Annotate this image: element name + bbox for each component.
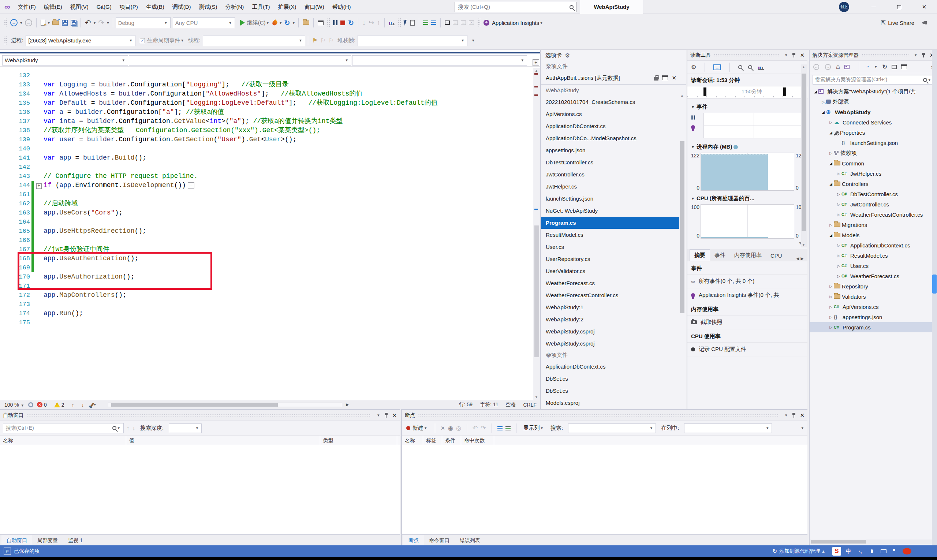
code-line[interactable]: 174app.Run(); <box>0 309 533 318</box>
ime-sogou-icon[interactable]: S <box>832 547 841 555</box>
close-icon[interactable]: ✕ <box>800 52 805 58</box>
delete-breakpoints-button[interactable]: ✕ <box>468 19 475 26</box>
document-tab[interactable]: ApplicationDbContext.cs <box>541 120 679 132</box>
tree-item[interactable]: ▷外部源 <box>809 97 937 107</box>
tree-item[interactable]: ▷C#JwtController.cs <box>809 199 937 209</box>
diagnostics-tab-2[interactable]: 事件 <box>710 249 730 261</box>
navbar-type-select[interactable]: ▾ <box>129 55 351 66</box>
code-line[interactable]: 137var inta = builder.Configuration.GetV… <box>0 117 533 126</box>
navigate-back-button[interactable]: ← <box>9 18 19 28</box>
take-snapshot-link[interactable]: 截取快照 <box>688 315 808 329</box>
restart-debugging-button[interactable]: ↻ <box>347 18 355 28</box>
show-columns-button[interactable]: 显示列▾ <box>522 423 546 432</box>
toggle-all-breakpoints-icon[interactable]: ◉ <box>448 425 453 432</box>
document-tab[interactable]: JwtController.cs <box>541 168 679 180</box>
menu-item[interactable]: 编辑(E) <box>40 0 66 14</box>
show-threads-button[interactable] <box>422 19 430 26</box>
charts-scroll-down-icon[interactable]: ▼ <box>688 241 808 245</box>
solution-search-input[interactable]: 搜索解决方案资源管理器(Ctrl+;) ▾ <box>812 75 934 85</box>
ime-language-mode[interactable]: 中 <box>844 547 853 555</box>
window-position-dropdown[interactable]: ▾ <box>784 53 788 57</box>
break-all-button[interactable] <box>332 19 339 26</box>
tree-item[interactable]: ▷C#ApplicationDbContext.cs <box>809 240 937 250</box>
hot-reload-button[interactable] <box>271 19 278 27</box>
column-header[interactable]: 条件 <box>442 435 461 445</box>
feedback-button[interactable] <box>921 20 928 26</box>
code-line[interactable]: 141var app = builder.Build(); <box>0 153 533 163</box>
code-line[interactable]: 132 <box>0 71 533 80</box>
window-position-dropdown[interactable]: ▾ <box>784 413 788 418</box>
unflag-thread-button[interactable]: ⚐ <box>319 36 327 45</box>
new-breakpoint-button[interactable]: 新建 ▾ <box>405 423 429 432</box>
new-file-button[interactable] <box>39 18 47 27</box>
code-line[interactable]: 175 <box>0 318 533 327</box>
document-tab[interactable]: Models.csproj <box>541 397 679 409</box>
export-icon[interactable]: → <box>713 65 721 70</box>
autos-search-input[interactable]: 搜索(Ctrl+E) ▾ <box>3 423 124 433</box>
tree-item[interactable]: {}launchSettings.json <box>809 138 937 148</box>
go-to-source-icon[interactable] <box>497 426 503 431</box>
stop-debugging-button[interactable] <box>339 19 347 26</box>
column-header[interactable]: 名称 <box>402 435 423 445</box>
code-line[interactable]: 164 <box>0 217 533 226</box>
document-tab[interactable]: ApiVersions.cs <box>541 108 679 120</box>
next-issue-button[interactable]: ↓ <box>82 402 84 408</box>
pin-icon[interactable] <box>792 52 796 58</box>
expand-node-icon[interactable]: ▷ <box>828 285 834 288</box>
document-tab[interactable]: ApplicationDbCo...ModelSnapshot.cs <box>541 132 679 144</box>
menu-item[interactable]: 帮助(H) <box>328 0 355 14</box>
document-tab[interactable]: WeatherForecast.cs <box>541 277 679 289</box>
toolbar-overflow[interactable]: ▾ <box>800 426 805 431</box>
forward-icon[interactable]: → <box>825 64 831 70</box>
tree-item[interactable]: ▷Validators <box>809 291 937 302</box>
code-line[interactable]: 143// Configure the HTTP request pipelin… <box>0 172 533 181</box>
undo-button[interactable]: ↶ <box>83 17 92 28</box>
pin-icon[interactable] <box>384 412 388 418</box>
window-position-dropdown[interactable]: ▾ <box>914 53 918 57</box>
editor-vertical-scrollbar[interactable]: ▲ ▼ <box>533 68 540 400</box>
menu-item[interactable]: 测试(S) <box>195 0 222 14</box>
scroll-down-icon[interactable]: ▼ <box>535 395 538 399</box>
document-tab[interactable]: WeatherForecastController.cs <box>541 289 679 301</box>
panel-drag-handle[interactable] <box>418 414 779 417</box>
record-cpu-link[interactable]: 记录 CPU 配置文件 <box>688 343 808 357</box>
undo-dropdown[interactable]: ▾ <box>92 20 97 25</box>
panel-drag-handle[interactable] <box>26 414 371 417</box>
show-next-statement-button[interactable] <box>403 19 409 26</box>
maximize-button[interactable] <box>891 0 907 14</box>
disable-all-breakpoints-icon[interactable]: ◎ <box>456 425 461 432</box>
prev-match-icon[interactable]: ↑ <box>127 425 129 431</box>
application-insights-button[interactable]: Application Insights ▾ <box>482 18 545 27</box>
tree-item[interactable]: ▷C#ResultModel.cs <box>809 250 937 261</box>
show-diagnostics-button[interactable] <box>430 19 438 26</box>
collapsed-region-box[interactable]: … <box>188 182 194 189</box>
menu-item[interactable]: 工具(T) <box>248 0 274 14</box>
import-icon[interactable]: ↶ <box>472 424 478 432</box>
process-select[interactable]: [26628] WebApiStudy.exe▾ <box>26 35 135 46</box>
diagnostics-tab-1[interactable]: 摘要 <box>689 249 710 261</box>
document-tab[interactable]: NuGet: WebApiStudy <box>541 205 679 217</box>
expand-node-icon[interactable]: ▷ <box>828 315 834 319</box>
ime-microphone-icon[interactable] <box>868 547 876 555</box>
breakpoints-grid[interactable] <box>402 445 808 534</box>
scrollbar-thumb[interactable] <box>534 225 539 357</box>
code-health-icon[interactable] <box>28 402 33 408</box>
collapse-node-icon[interactable]: ◢ <box>828 131 834 135</box>
events-section-header[interactable]: 事件 <box>697 103 708 111</box>
diagnostics-tab-4[interactable]: CPU <box>766 250 786 261</box>
collapse-all-icon[interactable] <box>892 65 897 69</box>
scroll-up-icon[interactable]: ▲ <box>802 65 805 69</box>
user-avatar[interactable]: 创上 <box>839 2 849 12</box>
tree-item[interactable]: ▷☁Connected Services <box>809 117 937 128</box>
split-editor-button[interactable]: + <box>532 59 539 66</box>
switch-views-icon[interactable] <box>845 65 849 69</box>
panel-tab-3[interactable]: 错误列表 <box>455 535 485 546</box>
code-line[interactable]: 172app.MapControllers(); <box>0 291 533 300</box>
reset-view-icon[interactable] <box>758 65 764 70</box>
tree-item[interactable]: ▷Repository <box>809 281 937 291</box>
document-tab[interactable]: launchSettings.json <box>541 192 679 205</box>
code-line[interactable]: 139var user = builder.Configuration.GetS… <box>0 135 533 144</box>
document-tab[interactable]: ResultModel.cs <box>541 229 679 241</box>
expand-node-icon[interactable]: ▷ <box>835 254 842 258</box>
expand-node-icon[interactable]: ▷ <box>835 172 842 176</box>
